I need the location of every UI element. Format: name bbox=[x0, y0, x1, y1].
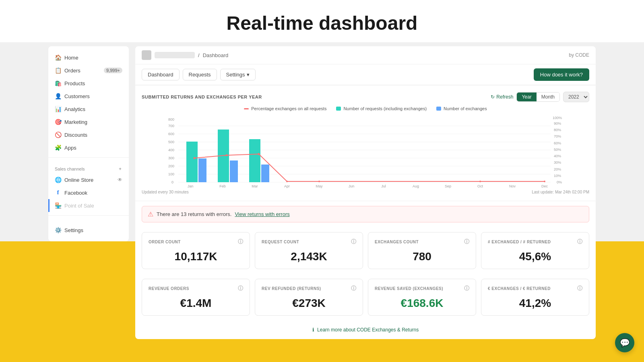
store-name-placeholder bbox=[155, 52, 195, 58]
sidebar-nav-orders[interactable]: 📋 Orders 9,999+ bbox=[48, 64, 129, 77]
info-icon-revenue-orders[interactable]: ⓘ bbox=[238, 285, 244, 292]
learn-more-link[interactable]: Learn more about CODE Exchanges & Return… bbox=[317, 327, 419, 333]
pos-icon: 🏪 bbox=[55, 202, 61, 209]
by-code-label: by CODE bbox=[569, 52, 589, 58]
info-icon-order-count[interactable]: ⓘ bbox=[238, 238, 244, 245]
breadcrumb: / Dashboard bbox=[142, 50, 228, 60]
svg-point-48 bbox=[258, 153, 260, 155]
svg-text:Jun: Jun bbox=[349, 184, 355, 188]
sidebar-nav-discounts[interactable]: 🚫 Discounts bbox=[48, 128, 129, 141]
chart-header: SUBMITTED RETURNS AND EXCHANGES PER YEAR… bbox=[142, 92, 589, 102]
info-icon-rev-refunded[interactable]: ⓘ bbox=[351, 285, 357, 292]
view-errors-link[interactable]: View returns with errors bbox=[235, 211, 289, 217]
online-store-label: Online Store bbox=[64, 177, 93, 183]
info-icon-revenue-saved[interactable]: ⓘ bbox=[464, 285, 470, 292]
svg-text:0%: 0% bbox=[557, 180, 562, 184]
stat-card-revenue-saved: REVENUE SAVED (EXCHANGES) ⓘ €168.6K bbox=[368, 279, 476, 316]
stat-value-order-count: 10,117K bbox=[149, 250, 243, 263]
apps-icon: 🧩 bbox=[55, 144, 61, 151]
sidebar: 🏠 Home 📋 Orders 9,999+ 🛍️ Products 👤 Cus… bbox=[48, 46, 129, 241]
tab-settings[interactable]: Settings ▾ bbox=[220, 69, 256, 80]
svg-text:700: 700 bbox=[168, 124, 174, 128]
svg-text:Dec: Dec bbox=[541, 184, 548, 188]
year-select[interactable]: 2022 bbox=[563, 92, 589, 102]
sidebar-nav-analytics[interactable]: 📊 Analytics bbox=[48, 103, 129, 115]
period-month-button[interactable]: Month bbox=[537, 93, 559, 101]
orders-icon: 📋 bbox=[55, 67, 61, 74]
svg-rect-30 bbox=[249, 139, 260, 182]
stats-row-1: ORDER COUNT ⓘ 10,117K REQUEST COUNT ⓘ 2,… bbox=[135, 227, 596, 274]
chat-icon: 💬 bbox=[620, 338, 630, 348]
settings-item[interactable]: ⚙️ Settings bbox=[48, 224, 129, 237]
svg-text:90%: 90% bbox=[554, 121, 561, 125]
how-it-works-button[interactable]: How does it work? bbox=[534, 68, 589, 81]
sidebar-label-analytics: Analytics bbox=[64, 106, 85, 112]
stat-label-exchanges-returned: € EXCHANGES / € RETURNED ⓘ bbox=[488, 285, 582, 292]
svg-text:40%: 40% bbox=[554, 154, 561, 158]
tab-requests[interactable]: Requests bbox=[183, 69, 217, 80]
facebook-label: Facebook bbox=[64, 190, 87, 196]
legend-item-exchanges: Number of exchanges bbox=[436, 106, 487, 111]
refresh-button[interactable]: ↻ Refresh bbox=[491, 94, 513, 100]
sidebar-settings[interactable]: ⚙️ Settings bbox=[48, 224, 129, 237]
chat-button[interactable]: 💬 bbox=[615, 333, 634, 352]
stat-label-exchanged-returned: # EXCHANGED / # RETURNED ⓘ bbox=[488, 238, 582, 245]
info-dot-icon: ℹ bbox=[312, 327, 314, 333]
sidebar-nav-marketing[interactable]: 🎯 Marketing bbox=[48, 115, 129, 128]
top-bar: / Dashboard by CODE bbox=[135, 46, 596, 64]
svg-text:30%: 30% bbox=[554, 160, 561, 165]
svg-point-49 bbox=[286, 181, 288, 182]
sidebar-label-orders: Orders bbox=[64, 68, 80, 74]
last-update-label: Last update: Mar 24th 02:00 PM bbox=[532, 190, 589, 194]
page-wrapper: Real-time dashboard 🏠 Home 📋 Orders 9,99… bbox=[0, 0, 644, 362]
sidebar-nav-customers[interactable]: 👤 Customers bbox=[48, 90, 129, 103]
sidebar-online-store[interactable]: 🌐 Online Store 👁 bbox=[48, 173, 129, 186]
stat-value-request-count: 2,143K bbox=[262, 250, 356, 263]
tab-dashboard[interactable]: Dashboard bbox=[142, 69, 180, 80]
add-channel-icon[interactable]: ＋ bbox=[118, 166, 122, 172]
pos-label: Point of Sale bbox=[64, 203, 94, 209]
svg-text:200: 200 bbox=[168, 164, 174, 168]
chart-svg: 0 100 200 300 400 500 600 700 800 0% 10%… bbox=[142, 116, 589, 188]
legend-dot-exchanges bbox=[436, 107, 441, 111]
svg-point-47 bbox=[226, 154, 228, 156]
customers-icon: 👤 bbox=[55, 93, 61, 99]
online-store-icon: 🌐 bbox=[55, 177, 61, 183]
stat-value-rev-refunded: €273K bbox=[262, 297, 356, 310]
sidebar-label-marketing: Marketing bbox=[64, 119, 87, 125]
legend-dot-percentage bbox=[244, 108, 249, 109]
svg-text:100%: 100% bbox=[553, 116, 562, 120]
info-icon-request-count[interactable]: ⓘ bbox=[351, 238, 357, 245]
sidebar-facebook[interactable]: f Facebook bbox=[48, 186, 129, 199]
stat-label-rev-refunded: REV REFUNDED (RETURNS) ⓘ bbox=[262, 285, 356, 292]
settings-label: Settings bbox=[64, 227, 83, 233]
page-title: Real-time dashboard bbox=[0, 12, 644, 34]
svg-text:800: 800 bbox=[168, 117, 174, 121]
stat-card-exchanges-count: EXCHANGES COUNT ⓘ 780 bbox=[368, 232, 476, 269]
sidebar-nav-home[interactable]: 🏠 Home bbox=[48, 51, 129, 64]
svg-text:Feb: Feb bbox=[219, 184, 226, 188]
svg-text:May: May bbox=[316, 184, 323, 188]
svg-rect-28 bbox=[186, 142, 198, 182]
info-icon-exchanges-returned[interactable]: ⓘ bbox=[577, 285, 583, 292]
svg-text:400: 400 bbox=[168, 148, 174, 152]
chart-section: SUBMITTED RETURNS AND EXCHANGES PER YEAR… bbox=[135, 85, 596, 201]
sidebar-nav-apps[interactable]: 🧩 Apps bbox=[48, 141, 129, 154]
period-year-button[interactable]: Year bbox=[517, 93, 536, 101]
svg-rect-31 bbox=[198, 158, 206, 182]
period-toggle: Year Month bbox=[516, 92, 560, 102]
sidebar-label-products: Products bbox=[64, 80, 85, 86]
sidebar-label-apps: Apps bbox=[64, 145, 76, 151]
info-icon-exchanged-returned[interactable]: ⓘ bbox=[577, 238, 583, 245]
svg-text:Nov: Nov bbox=[509, 184, 516, 188]
store-icon bbox=[142, 50, 151, 60]
svg-text:Mar: Mar bbox=[252, 184, 258, 188]
eye-icon[interactable]: 👁 bbox=[118, 177, 122, 183]
svg-text:Aug: Aug bbox=[413, 184, 419, 188]
info-icon-exchanges-count[interactable]: ⓘ bbox=[464, 238, 470, 245]
stat-label-request-count: REQUEST COUNT ⓘ bbox=[262, 238, 356, 245]
stat-card-exchanged-returned: # EXCHANGED / # RETURNED ⓘ 45,6% bbox=[481, 232, 589, 269]
svg-text:70%: 70% bbox=[554, 134, 561, 138]
stat-card-rev-refunded: REV REFUNDED (RETURNS) ⓘ €273K bbox=[255, 279, 363, 316]
sidebar-nav-products[interactable]: 🛍️ Products bbox=[48, 77, 129, 90]
